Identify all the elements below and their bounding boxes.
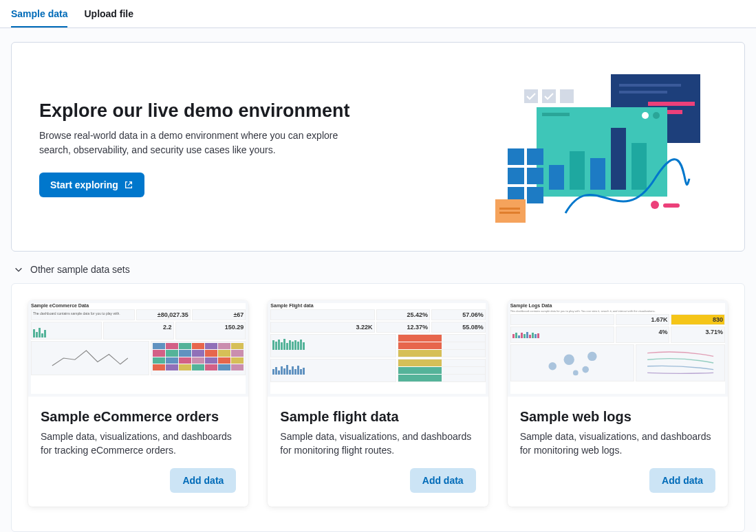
hero-description: Browse real-world data in a demo environ… bbox=[39, 129, 363, 157]
hero-panel: Explore our live demo environment Browse… bbox=[11, 42, 745, 252]
svg-point-28 bbox=[548, 362, 557, 370]
svg-rect-9 bbox=[542, 113, 570, 116]
card-ecommerce-title: Sample eCommerce orders bbox=[41, 409, 236, 425]
card-ecommerce-desc: Sample data, visualizations, and dashboa… bbox=[41, 430, 236, 457]
svg-rect-5 bbox=[524, 89, 538, 103]
add-data-button-ecommerce[interactable]: Add data bbox=[170, 468, 236, 493]
svg-rect-23 bbox=[495, 199, 526, 223]
svg-rect-3 bbox=[648, 102, 695, 106]
svg-rect-14 bbox=[590, 158, 605, 190]
card-weblogs-desc: Sample data, visualizations, and dashboa… bbox=[520, 430, 715, 457]
hero-illustration bbox=[483, 69, 703, 229]
svg-point-11 bbox=[653, 112, 660, 119]
svg-rect-27 bbox=[663, 203, 680, 208]
svg-point-10 bbox=[642, 112, 649, 119]
svg-rect-12 bbox=[549, 165, 564, 190]
chevron-down-icon bbox=[14, 265, 23, 274]
svg-rect-16 bbox=[631, 143, 647, 190]
hero-title: Explore our live demo environment bbox=[39, 100, 461, 122]
svg-rect-19 bbox=[508, 168, 524, 184]
card-flight-desc: Sample data, visualizations, and dashboa… bbox=[280, 430, 475, 457]
svg-point-30 bbox=[582, 366, 589, 373]
card-flight-title: Sample flight data bbox=[280, 409, 475, 425]
svg-rect-17 bbox=[508, 148, 524, 165]
svg-rect-6 bbox=[542, 89, 556, 103]
svg-rect-22 bbox=[527, 187, 543, 203]
other-sample-data-toggle[interactable]: Other sample data sets bbox=[11, 252, 745, 283]
svg-rect-7 bbox=[560, 89, 574, 103]
other-sample-data-label: Other sample data sets bbox=[30, 264, 130, 275]
external-link-icon bbox=[124, 180, 133, 190]
svg-rect-13 bbox=[570, 151, 585, 190]
sample-data-cards: Sample eCommerce Data The dashboard cont… bbox=[11, 283, 745, 532]
tab-sample-data[interactable]: Sample data bbox=[11, 0, 67, 27]
card-ecommerce: Sample eCommerce Data The dashboard cont… bbox=[28, 300, 248, 507]
card-weblogs-title: Sample web logs bbox=[520, 409, 715, 425]
svg-point-26 bbox=[651, 201, 659, 209]
svg-rect-2 bbox=[619, 91, 667, 93]
card-flight-preview: Sample Flight data 25.42% 57.06% 3.22K 1… bbox=[268, 300, 488, 397]
add-data-button-weblogs[interactable]: Add data bbox=[649, 468, 715, 493]
start-exploring-button[interactable]: Start exploring bbox=[39, 173, 144, 197]
svg-rect-25 bbox=[499, 212, 520, 214]
svg-rect-24 bbox=[499, 208, 520, 210]
svg-rect-15 bbox=[611, 128, 626, 190]
start-exploring-label: Start exploring bbox=[50, 179, 118, 190]
tabs: Sample data Upload file bbox=[0, 0, 756, 28]
add-data-button-flight[interactable]: Add data bbox=[410, 468, 476, 493]
card-flight: Sample Flight data 25.42% 57.06% 3.22K 1… bbox=[268, 300, 488, 507]
svg-rect-20 bbox=[527, 168, 543, 184]
card-weblogs-preview: Sample Logs Data This dashboard contains… bbox=[508, 300, 728, 397]
tab-upload-file[interactable]: Upload file bbox=[84, 0, 133, 27]
card-weblogs: Sample Logs Data This dashboard contains… bbox=[508, 300, 728, 507]
card-ecommerce-preview: Sample eCommerce Data The dashboard cont… bbox=[28, 300, 248, 397]
svg-point-31 bbox=[573, 370, 579, 376]
svg-rect-18 bbox=[527, 148, 543, 165]
svg-point-32 bbox=[587, 352, 596, 361]
svg-point-29 bbox=[563, 355, 574, 365]
svg-rect-1 bbox=[619, 84, 681, 87]
